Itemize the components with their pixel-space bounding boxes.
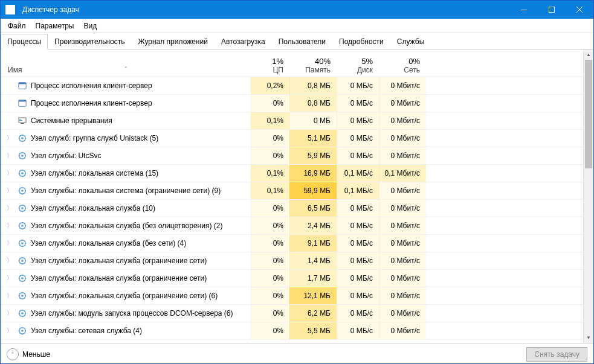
fewer-details-button[interactable]: ⌃ Меньше <box>7 348 50 360</box>
close-button[interactable] <box>566 1 593 19</box>
network-label: Сеть <box>379 66 426 74</box>
process-row[interactable]: 〉Узел службы: локальная служба (без сети… <box>1 235 583 252</box>
process-row[interactable]: 〉Узел службы: UtcSvc0%5,9 МБ0 МБ/с0 Мбит… <box>1 147 583 165</box>
svg-point-13 <box>21 155 24 157</box>
cpu-usage-value: 1% <box>251 57 289 66</box>
process-row[interactable]: 〉Узел службы: модуль запуска процессов D… <box>1 305 583 322</box>
process-name: Узел службы: локальная система (ограниче… <box>31 187 221 195</box>
end-task-button[interactable]: Снять задачу <box>526 347 587 362</box>
memory-cell: 12,1 МБ <box>289 287 337 304</box>
svg-rect-1 <box>549 7 555 13</box>
process-row[interactable]: 〉Узел службы: локальная служба (10)0%6,5… <box>1 200 583 217</box>
gear-icon <box>18 291 27 301</box>
vertical-scrollbar[interactable]: ▲ ▼ <box>583 49 593 343</box>
memory-cell: 0 МБ <box>289 112 337 129</box>
expand-chevron-icon[interactable]: 〉 <box>5 187 14 195</box>
tab-users[interactable]: Пользователи <box>272 34 332 49</box>
cpu-cell: 0,1% <box>251 112 289 129</box>
col-header-disk[interactable]: 5% Диск <box>337 57 379 74</box>
scroll-thumb[interactable] <box>585 60 592 168</box>
col-header-network[interactable]: 0% Сеть <box>379 57 426 74</box>
expand-chevron-icon[interactable]: 〉 <box>5 327 14 335</box>
scroll-down-button[interactable]: ▼ <box>584 333 593 343</box>
network-cell: 0 Мбит/с <box>379 217 426 234</box>
menu-view[interactable]: Вид <box>79 20 102 32</box>
process-row[interactable]: 〉Узел службы: локальная система (15)0,1%… <box>1 165 583 182</box>
process-name-cell: 〉Узел службы: модуль запуска процессов D… <box>1 308 251 318</box>
gear-icon <box>18 273 27 283</box>
process-name-cell: 〉Узел службы: локальная служба (ограниче… <box>1 273 251 283</box>
process-name-cell: 〉Узел службы: локальная служба (ограниче… <box>1 256 251 266</box>
memory-cell: 1,7 МБ <box>289 270 337 287</box>
cpu-cell: 0% <box>251 270 289 287</box>
menu-options[interactable]: Параметры <box>31 20 79 32</box>
col-header-memory[interactable]: 40% Память <box>289 57 337 74</box>
disk-cell: 0 МБ/с <box>337 235 379 252</box>
maximize-button[interactable] <box>538 1 566 19</box>
expand-chevron-icon[interactable]: 〉 <box>5 169 14 177</box>
cpu-cell: 0% <box>251 130 289 147</box>
expand-chevron-icon[interactable]: 〉 <box>5 204 14 212</box>
network-cell: 0 Мбит/с <box>379 270 426 287</box>
process-name: Узел службы: локальная служба (ограничен… <box>31 274 207 283</box>
memory-label: Память <box>289 66 337 74</box>
network-cell: 0 Мбит/с <box>379 235 426 252</box>
memory-cell: 5,9 МБ <box>289 147 337 164</box>
expand-chevron-icon[interactable]: 〉 <box>5 222 14 230</box>
tab-app-history[interactable]: Журнал приложений <box>132 34 215 49</box>
cpu-cell: 0% <box>251 147 289 164</box>
process-name: Узел службы: локальная служба (10) <box>31 204 155 212</box>
expand-chevron-icon[interactable]: 〉 <box>5 152 14 160</box>
expand-chevron-icon[interactable]: 〉 <box>5 274 14 283</box>
disk-cell: 0,1 МБ/с <box>337 182 379 199</box>
process-name: Узел служб: группа служб Unistack (5) <box>31 134 158 142</box>
fewer-details-label: Меньше <box>22 350 50 359</box>
expand-chevron-icon[interactable]: 〉 <box>5 257 14 265</box>
process-row[interactable]: 〉Процесс исполнения клиент-сервер0%0,8 М… <box>1 95 583 112</box>
process-row[interactable]: 〉Узел службы: локальная служба (ограниче… <box>1 287 583 305</box>
network-cell: 0,1 Мбит/с <box>379 165 426 182</box>
process-row[interactable]: 〉Узел службы: сетевая служба (4)0%5,5 МБ… <box>1 322 583 340</box>
process-row[interactable]: 〉Системные прерывания0,1%0 МБ0 МБ/с0 Мби… <box>1 112 583 130</box>
cpu-label: ЦП <box>251 66 289 74</box>
process-row[interactable]: 〉Процесс исполнения клиент-сервер0,2%0,8… <box>1 77 583 95</box>
expand-chevron-icon[interactable]: 〉 <box>5 134 14 142</box>
svg-rect-5 <box>19 100 26 102</box>
disk-label: Диск <box>337 66 379 74</box>
process-row[interactable]: 〉Узел службы: локальная служба (ограниче… <box>1 252 583 270</box>
process-name-cell: 〉Узел службы: сетевая служба (4) <box>1 326 251 336</box>
col-header-name[interactable]: ⌃ Имя <box>1 66 251 74</box>
expand-chevron-icon[interactable]: 〉 <box>5 239 14 247</box>
cpu-cell: 0% <box>251 252 289 269</box>
scroll-track[interactable] <box>584 60 593 333</box>
expand-chevron-icon[interactable]: 〉 <box>5 309 14 318</box>
process-name: Узел службы: модуль запуска процессов DC… <box>31 309 233 318</box>
tab-performance[interactable]: Производительность <box>48 34 131 49</box>
col-header-cpu[interactable]: 1% ЦП <box>251 57 289 74</box>
memory-cell: 16,9 МБ <box>289 165 337 182</box>
process-row[interactable]: 〉Узел служб: группа служб Unistack (5)0%… <box>1 130 583 147</box>
scroll-up-button[interactable]: ▲ <box>584 49 593 60</box>
svg-point-11 <box>21 137 24 139</box>
expand-chevron-icon[interactable]: 〉 <box>5 292 14 300</box>
tab-details[interactable]: Подробности <box>332 34 390 49</box>
process-row[interactable]: 〉Узел службы: локальная система (огранич… <box>1 182 583 200</box>
svg-point-23 <box>21 242 24 244</box>
col-name-label: Имя <box>8 66 251 74</box>
process-row[interactable]: 〉Узел службы: локальная служба (без олиц… <box>1 217 583 235</box>
tab-services[interactable]: Службы <box>390 34 431 49</box>
table-header: ⌃ Имя 1% ЦП 40% Память 5% Диск 0% Сеть <box>1 49 583 77</box>
tab-processes[interactable]: Процессы <box>1 34 48 49</box>
menu-file[interactable]: Файл <box>3 20 31 32</box>
tab-startup[interactable]: Автозагрузка <box>215 34 272 49</box>
process-name: Узел службы: локальная служба (без олице… <box>31 222 222 230</box>
network-cell: 0 Мбит/с <box>379 252 426 269</box>
process-row[interactable]: 〉Узел службы: локальная служба (ограниче… <box>1 270 583 287</box>
system-icon <box>18 116 27 126</box>
svg-point-27 <box>21 277 24 279</box>
disk-cell: 0,1 МБ/с <box>337 165 379 182</box>
window-controls <box>510 1 593 19</box>
minimize-button[interactable] <box>510 1 538 19</box>
svg-point-25 <box>21 260 24 262</box>
process-name: Узел службы: локальная служба (без сети)… <box>31 239 186 247</box>
